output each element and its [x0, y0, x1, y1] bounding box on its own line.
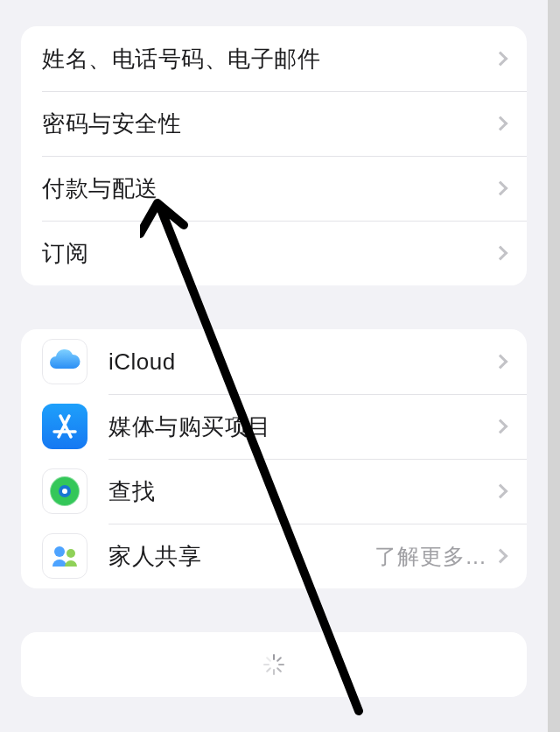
spinner-icon [262, 652, 286, 677]
chevron-right-icon [494, 549, 508, 564]
chevron-right-icon [494, 52, 508, 67]
row-label: iCloud [108, 348, 495, 376]
row-label: 查找 [108, 476, 495, 507]
chevron-right-icon [494, 355, 508, 370]
row-subscriptions[interactable]: 订阅 [21, 221, 527, 285]
chevron-right-icon [494, 419, 508, 434]
row-icloud[interactable]: iCloud [21, 329, 527, 394]
chevron-right-icon [494, 181, 508, 196]
family-icon [42, 533, 88, 579]
chevron-right-icon [494, 116, 508, 131]
row-name-phone-email[interactable]: 姓名、电话号码、电子邮件 [21, 26, 527, 91]
icloud-icon [42, 339, 88, 384]
loading-row [21, 632, 527, 697]
row-media-purchases[interactable]: 媒体与购买项目 [21, 394, 527, 459]
svg-line-15 [267, 668, 270, 672]
row-label: 家人共享 [108, 541, 374, 572]
row-label: 付款与配送 [42, 173, 495, 204]
svg-line-17 [267, 658, 270, 661]
row-payment-shipping[interactable]: 付款与配送 [21, 156, 527, 221]
row-find-my[interactable]: 查找 [21, 459, 527, 524]
chevron-right-icon [494, 246, 508, 261]
row-label: 媒体与购买项目 [108, 412, 495, 442]
row-label: 姓名、电话号码、电子邮件 [42, 44, 495, 74]
services-group: iCloud 媒体与购买项目 查找 [21, 329, 527, 588]
loading-group [21, 632, 527, 697]
svg-line-13 [277, 668, 281, 672]
svg-point-7 [62, 489, 67, 494]
findmy-icon [42, 468, 88, 514]
row-label: 密码与安全性 [42, 109, 495, 139]
row-password-security[interactable]: 密码与安全性 [21, 91, 527, 156]
svg-line-11 [277, 658, 281, 661]
svg-line-0 [60, 416, 71, 437]
chevron-right-icon [494, 484, 508, 499]
account-info-group: 姓名、电话号码、电子邮件 密码与安全性 付款与配送 订阅 [21, 26, 527, 285]
row-label: 订阅 [42, 238, 495, 269]
appstore-icon [42, 404, 88, 449]
svg-point-8 [54, 546, 65, 557]
svg-point-9 [66, 549, 75, 558]
svg-line-1 [59, 416, 69, 437]
row-detail: 了解更多... [374, 542, 486, 571]
row-family-sharing[interactable]: 家人共享 了解更多... [21, 524, 527, 588]
